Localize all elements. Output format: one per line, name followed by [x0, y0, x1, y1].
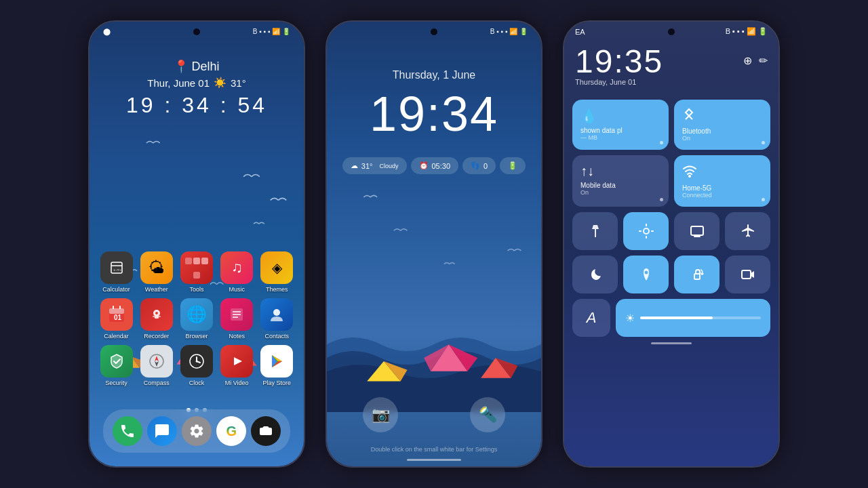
app-clock[interactable]: Clock: [178, 345, 216, 386]
bluetooth-label: Bluetooth: [682, 127, 711, 135]
svg-point-14: [155, 312, 158, 314]
dock-settings[interactable]: [182, 416, 212, 446]
app-tools[interactable]: Tools: [178, 251, 216, 293]
cloud-icon: ☁: [351, 161, 358, 170]
screen-mirror-tile[interactable]: [674, 212, 719, 250]
svg-point-43: [644, 229, 648, 233]
cc-bluetooth-tile[interactable]: Bluetooth On: [674, 100, 770, 150]
playstore-label: Play Store: [263, 380, 292, 386]
data-label: shown data pl: [580, 127, 623, 134]
location-tile[interactable]: [623, 256, 669, 293]
flashlight-tile[interactable]: [572, 212, 618, 250]
focus-tile[interactable]: [623, 212, 669, 250]
dock-camera[interactable]: [251, 416, 281, 446]
brightness-fill: [640, 317, 713, 319]
cc-carrier: EA: [575, 28, 585, 36]
dock-google[interactable]: G: [216, 416, 246, 446]
tools-label: Tools: [189, 286, 203, 293]
mobile-sub: On: [580, 189, 589, 196]
camera-dot-3: [668, 28, 675, 35]
dock-messages[interactable]: [147, 416, 177, 446]
cc-icon-row-2: [572, 256, 770, 293]
auto-brightness-label: A: [587, 309, 597, 327]
app-contacts[interactable]: Contacts: [258, 298, 296, 340]
wifi-label: Home-5G: [682, 184, 711, 192]
cc-mobile-tile[interactable]: ↑↓ Mobile data On: [572, 155, 669, 207]
video-tile[interactable]: [725, 256, 770, 293]
music-icon: ♫: [220, 251, 253, 284]
app-security[interactable]: Security: [98, 345, 136, 386]
notes-label: Notes: [229, 333, 245, 340]
app-row-3: Security Compass Clock Mi Video: [96, 345, 297, 386]
contacts-icon: [260, 298, 293, 331]
mobile-label: Mobile data: [580, 182, 616, 189]
lock-date: Thursday, 1 June: [327, 69, 541, 81]
contacts-label: Contacts: [265, 333, 290, 340]
location-icon: 📍: [174, 59, 189, 74]
lock-bottom: 📷 🔦: [327, 397, 541, 432]
app-playstore[interactable]: Play Store: [258, 345, 296, 386]
mobile-dot: [660, 198, 663, 201]
cc-big-time: 19:35: [575, 45, 663, 78]
app-row-2: 01 Calendar Recorder 🌐 Browser Notes: [96, 298, 297, 340]
bluetooth-sub: On: [682, 135, 690, 142]
battery-icon: 🔋: [508, 161, 517, 170]
cc-home-indicator-container: [572, 342, 770, 344]
app-weather[interactable]: 🌤 Weather: [138, 251, 176, 293]
sun-icon: ☀: [625, 312, 635, 325]
wifi-icon: [682, 163, 697, 182]
lock-rotate-tile[interactable]: [674, 256, 719, 293]
notes-icon: [220, 298, 253, 331]
lock-widgets: ☁ 31° Cloudy ⏰ 05:30 👣 0 🔋: [340, 157, 528, 174]
recorder-icon: [140, 298, 173, 331]
cc-date: Thursday, June 01: [575, 78, 663, 86]
mobile-data-icon: ↑↓: [580, 163, 594, 179]
city-name: 📍 Delhi: [90, 59, 304, 74]
alarm-icon: ⏰: [419, 161, 429, 170]
cc-a-tile[interactable]: A: [572, 299, 610, 337]
app-browser[interactable]: 🌐 Browser: [178, 298, 216, 340]
status-icons: B ▪ ▪ ▪ 📶 🔋: [253, 28, 290, 35]
svg-point-47: [644, 271, 648, 274]
mivideo-icon: [220, 345, 253, 378]
dock-phone[interactable]: [113, 416, 142, 446]
camera-lock-btn[interactable]: 📷: [363, 397, 398, 432]
app-compass[interactable]: Compass: [138, 345, 176, 386]
dark-mode-tile[interactable]: [572, 256, 618, 293]
app-themes[interactable]: ◈ Themes: [258, 251, 296, 293]
cc-wifi-tile[interactable]: Home-5G Connected: [674, 155, 770, 207]
brightness-slider[interactable]: ☀: [616, 299, 770, 337]
app-recorder[interactable]: Recorder: [138, 298, 176, 340]
brightness-bar: [640, 317, 761, 319]
playstore-icon: [260, 345, 293, 378]
app-calculator[interactable]: +-×÷ Calculator: [98, 251, 136, 293]
date-weather: Thur, June 01 ☀️ 31°: [90, 77, 304, 89]
svg-point-21: [273, 309, 280, 316]
weather-icon: 🌤: [140, 251, 173, 284]
alarm-widget: ⏰ 05:30: [411, 157, 459, 174]
wifi-sub: Connected: [682, 192, 712, 199]
cc-home-indicator: [651, 342, 692, 344]
wifi-dot: [762, 198, 765, 201]
clock-time: 19 : 34 : 54: [90, 93, 304, 118]
cc-data-tile[interactable]: 💧 shown data pl — MB: [572, 100, 669, 150]
phone-home-screen: ⬤ B ▪ ▪ ▪ 📶 🔋 📍 Delhi Thur, June 01: [88, 20, 305, 468]
search-icon[interactable]: ⊕: [743, 54, 752, 67]
airplane-tile[interactable]: [725, 212, 770, 250]
svg-text:+-×÷: +-×÷: [113, 268, 122, 272]
app-music[interactable]: ♫ Music: [218, 251, 256, 293]
compass-icon: [140, 345, 173, 378]
flashlight-lock-btn[interactable]: 🔦: [470, 397, 505, 432]
cc-brightness-row: A ☀: [572, 299, 770, 337]
app-calendar[interactable]: 01 Calendar: [98, 298, 136, 340]
svg-marker-29: [234, 357, 242, 365]
svg-text:01: 01: [114, 314, 122, 321]
app-notes[interactable]: Notes: [218, 298, 256, 340]
edit-icon[interactable]: ✏: [759, 54, 768, 67]
svg-marker-24: [155, 361, 159, 367]
cc-row-2: ↑↓ Mobile data On Home-5G Connected: [572, 155, 770, 207]
boats-phone2: [327, 317, 541, 399]
svg-rect-49: [742, 270, 751, 279]
data-icon: 💧: [580, 108, 597, 124]
app-mivideo[interactable]: Mi Video: [218, 345, 256, 386]
